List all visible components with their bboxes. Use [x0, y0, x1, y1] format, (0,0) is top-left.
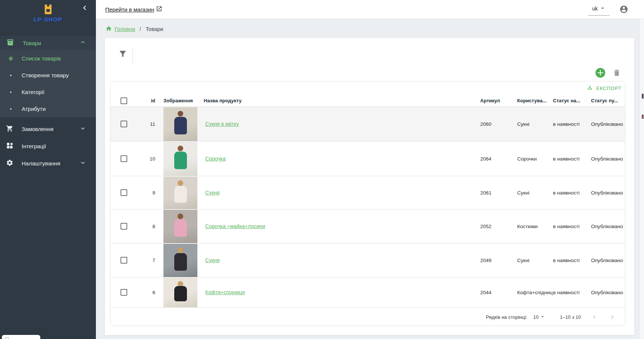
sidebar-item-integrations[interactable]: Інтеграції: [0, 137, 96, 155]
account-icon[interactable]: [619, 5, 628, 14]
product-image[interactable]: [163, 244, 197, 277]
cell-name: Кофта+спідниця: [204, 289, 480, 295]
sidebar-main-items: Замовлення Інтеграції Налаштування: [0, 120, 96, 172]
row-checkbox[interactable]: [121, 223, 127, 230]
column-header-sku[interactable]: Артикул: [480, 98, 517, 103]
row-checkbox[interactable]: [121, 155, 127, 162]
product-link[interactable]: Кофта+спідниця: [205, 289, 245, 295]
sidebar-item-create-product[interactable]: Створення товару: [0, 67, 96, 84]
home-icon: [106, 25, 112, 33]
sidebar-item-label: Категорії: [22, 89, 44, 95]
export-button[interactable]: ЕКСПОРТ: [587, 84, 622, 92]
table-row[interactable]: 6Кофта+спідниця2044Кофта+спідницв наявно…: [110, 277, 625, 308]
gear-icon: [6, 159, 13, 168]
widgets-icon: [6, 142, 13, 150]
cell-image: [155, 142, 204, 176]
cell-publish-status: Опубліковано: [591, 156, 625, 162]
scrollbar[interactable]: [639, 19, 644, 339]
row-checkbox[interactable]: [121, 121, 127, 127]
cell-id: 8: [127, 224, 155, 229]
filter-bar: [105, 38, 634, 74]
table-row[interactable]: 11Сукня в квітку2060Сукнів наявностіОпуб…: [110, 107, 625, 141]
header-select-cell: [110, 97, 127, 104]
sidebar-item-label: Список товарів: [22, 55, 61, 62]
products-box-icon: [7, 39, 14, 47]
table-row[interactable]: 8Сорочка +майка+лосини2052Костюмив наявн…: [110, 209, 625, 243]
cell-image: [155, 177, 204, 209]
cell-category: Сукні: [517, 190, 553, 196]
breadcrumb-current: Товари: [146, 26, 163, 32]
sidebar-item-orders[interactable]: Замовлення: [0, 120, 96, 137]
cell-id: 6: [127, 290, 155, 295]
product-image[interactable]: [163, 278, 197, 307]
column-header-image[interactable]: Зображення: [155, 98, 204, 103]
cell-stock-status: в наявності: [553, 190, 591, 196]
external-link-icon: [156, 6, 162, 13]
table-row[interactable]: 9Сукня2061Сукнів наявностіОпубліковано: [110, 176, 625, 209]
sidebar-collapse-button[interactable]: [80, 3, 89, 12]
row-checkbox[interactable]: [121, 257, 127, 264]
row-select-cell: [110, 189, 127, 196]
product-image[interactable]: [163, 142, 197, 176]
go-to-store-link[interactable]: Перейти в магазин: [105, 6, 162, 13]
select-all-checkbox[interactable]: [121, 97, 127, 104]
popup-window-icon: [5, 337, 9, 339]
cell-sku: 2060: [480, 121, 517, 127]
cell-category: Сукні: [517, 121, 553, 127]
sidebar-item-products[interactable]: Товари: [0, 36, 96, 50]
product-image[interactable]: [163, 177, 197, 209]
rows-per-page-value: 10: [533, 314, 538, 320]
download-icon: [587, 84, 593, 92]
sidebar-item-label: Інтеграції: [22, 143, 87, 149]
product-link[interactable]: Сорочка +майка+лосини: [205, 223, 265, 229]
breadcrumb: Головна / Товари: [106, 25, 163, 33]
products-submenu: Список товарів Створення товару Категорі…: [0, 50, 96, 117]
cell-id: 10: [127, 156, 155, 162]
add-product-button[interactable]: [595, 68, 605, 78]
table-row[interactable]: 10Сорочка2064Сорочкив наявностіОпубліков…: [110, 141, 625, 176]
row-select-cell: [110, 121, 127, 127]
language-select[interactable]: uk: [588, 3, 607, 16]
delete-selected-button[interactable]: [612, 68, 621, 77]
rows-per-page-select[interactable]: 10: [533, 314, 545, 321]
sidebar-item-categories[interactable]: Категорії: [0, 84, 96, 100]
column-header-stock-status[interactable]: Статус на...: [553, 98, 591, 103]
divider: [132, 47, 133, 64]
cell-category: Кофта+спідниц: [517, 290, 553, 295]
language-value: uk: [592, 6, 598, 12]
products-panel: ЕКСПОРТ id Зображення Назва продукту Арт…: [105, 38, 634, 335]
chevron-up-icon: [79, 38, 87, 47]
column-header-publish-status[interactable]: Статус пу...: [591, 98, 625, 103]
cell-publish-status: Опубліковано: [591, 224, 625, 229]
cart-icon: [6, 125, 13, 133]
breadcrumb-home-link[interactable]: Головна: [115, 26, 135, 32]
bottom-left-popup[interactable]: [2, 335, 40, 339]
scrollbar-artifact: [642, 94, 644, 99]
sidebar-item-product-list[interactable]: Список товарів: [0, 50, 96, 67]
next-page-button[interactable]: [608, 312, 617, 321]
row-checkbox[interactable]: [121, 189, 127, 196]
row-checkbox[interactable]: [121, 289, 127, 296]
filter-icon[interactable]: [118, 49, 128, 59]
sidebar-item-label: Замовлення: [22, 126, 79, 132]
sidebar-item-settings[interactable]: Налаштування: [0, 155, 96, 172]
bullet-icon: [9, 108, 13, 110]
table-header: id Зображення Назва продукту Артикул Кор…: [110, 95, 625, 107]
product-link[interactable]: Сукня: [205, 190, 220, 196]
row-select-cell: [110, 223, 127, 230]
product-link[interactable]: Сукня: [205, 257, 220, 263]
previous-page-button[interactable]: [590, 312, 599, 321]
logo-area: LP-SHOP: [0, 0, 96, 36]
product-image[interactable]: [163, 107, 197, 141]
column-header-id[interactable]: id: [127, 98, 155, 103]
export-row: ЕКСПОРТ: [110, 81, 625, 95]
sidebar-item-attributes[interactable]: Атрибути: [0, 100, 96, 117]
cell-stock-status: в наявності: [553, 290, 591, 295]
product-link[interactable]: Сорочка: [205, 156, 226, 162]
sidebar-item-label: Атрибути: [22, 106, 46, 112]
column-header-name[interactable]: Назва продукту: [204, 98, 480, 103]
table-row[interactable]: 7Сукня2049Сукнів наявностіОпубліковано: [110, 243, 625, 277]
product-image[interactable]: [163, 210, 197, 243]
product-link[interactable]: Сукня в квітку: [205, 121, 239, 127]
column-header-user[interactable]: Користува...: [517, 98, 553, 103]
